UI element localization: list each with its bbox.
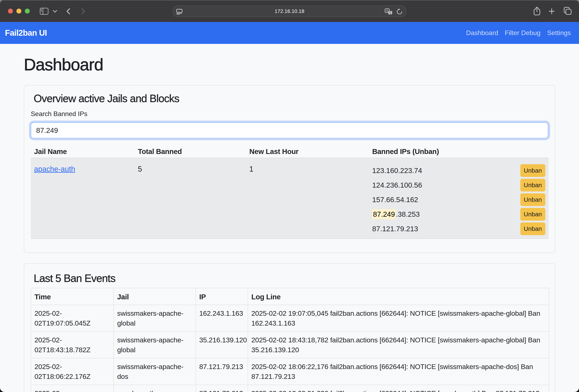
svg-text:A: A — [386, 9, 388, 12]
svg-text:文: 文 — [389, 11, 392, 14]
